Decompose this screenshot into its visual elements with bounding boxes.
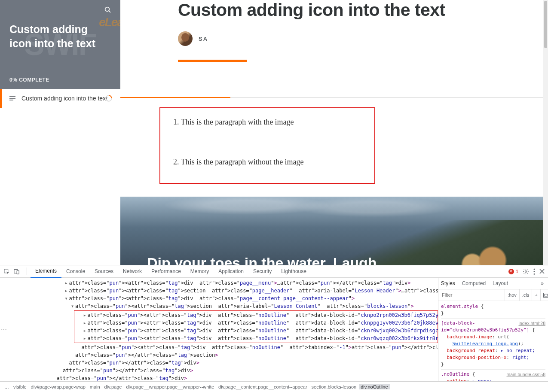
svg-point-11: [534, 271, 535, 272]
subtab-computed[interactable]: Computed: [462, 280, 486, 286]
loading-spinner-icon: [105, 94, 113, 102]
lesson-progress-bar: [120, 97, 543, 98]
crumb[interactable]: div.page: [103, 384, 124, 389]
svg-point-0: [105, 7, 110, 12]
crumb[interactable]: div.page__wrapper.page__wrapper--white: [124, 384, 216, 389]
dom-line[interactable]: attr">class="pun"></attr">class="tag">di…: [0, 359, 438, 367]
settings-icon[interactable]: [523, 268, 529, 275]
dom-line[interactable]: attr">class="pun"></attr">class="tag">se…: [0, 351, 438, 359]
error-count: 1: [516, 269, 518, 274]
tab-console[interactable]: Console: [61, 265, 90, 277]
tab-sources[interactable]: Sources: [90, 265, 118, 277]
dom-line[interactable]: attr">class="pun"></attr">class="tag">di…: [0, 374, 438, 381]
svg-rect-8: [17, 270, 19, 274]
overflow-dots: ⋯: [1, 326, 8, 333]
dom-line[interactable]: ▸attr">class="pun"><attr">class="tag">di…: [74, 319, 438, 327]
device-icon[interactable]: [13, 268, 20, 275]
inspect-icon[interactable]: [3, 268, 10, 275]
tab-memory[interactable]: Memory: [186, 265, 214, 277]
subtab-styles[interactable]: Styles: [441, 280, 455, 286]
kebab-icon[interactable]: [533, 268, 535, 275]
dom-line[interactable]: ▸attr">class="pun"><attr">class="tag">di…: [74, 327, 438, 334]
devtools-panel: ElementsConsoleSourcesNetworkPerformance…: [0, 265, 548, 392]
page-title: Custom adding icon into the text: [120, 0, 543, 20]
tab-network[interactable]: Network: [118, 265, 147, 277]
devtools-tabbar: ElementsConsoleSourcesNetworkPerformance…: [0, 265, 548, 278]
title-underline: [178, 60, 247, 62]
crumb[interactable]: div#page-wrap.page-wrap: [29, 384, 87, 389]
scrollbar-thumb[interactable]: [544, 1, 547, 48]
paragraph-2: 2. This is the paragraph without the ima…: [173, 158, 361, 167]
highlighted-content-box: 1. This is the paragraph with the image …: [159, 107, 375, 184]
progress-text: 0% COMPLETE: [9, 77, 111, 83]
dom-line[interactable]: attr">class="pun"><attr">class="tag">div…: [0, 343, 438, 351]
content-pane: Custom adding icon into the text SA 1. T…: [120, 0, 543, 265]
page-scrollbar[interactable]: [543, 0, 548, 265]
svg-line-1: [109, 11, 110, 12]
tab-application[interactable]: Application: [214, 265, 248, 277]
sidebar: SWIF Custom adding icon into the text 0%…: [0, 0, 120, 265]
hov-toggle[interactable]: :hov: [505, 289, 519, 301]
styles-filter-input[interactable]: [438, 292, 505, 298]
hero-heading: Dip your toes in the water. Laugh: [147, 255, 377, 265]
devtools-body: ▸attr">class="pun"><attr">class="tag">di…: [0, 278, 548, 381]
tab-performance[interactable]: Performance: [147, 265, 186, 277]
styles-panel: Styles Computed Layout » :hov .cls + ele…: [438, 278, 548, 381]
author-block: SA: [120, 31, 543, 46]
styles-subtabs: Styles Computed Layout »: [438, 278, 548, 289]
new-rule-icon[interactable]: +: [532, 289, 540, 301]
dom-line[interactable]: ▸attr">class="pun"><attr">class="tag">di…: [74, 334, 438, 342]
app-viewport: SWIF Custom adding icon into the text 0%…: [0, 0, 543, 265]
hero-image: Dip your toes in the water. Laugh: [120, 197, 543, 265]
tab-lighthouse[interactable]: Lighthouse: [276, 265, 311, 277]
dom-line[interactable]: ▾attr">class="pun"><attr">class="tag">se…: [0, 302, 438, 310]
sidebar-bg-logo: SWIF: [0, 0, 120, 89]
crumb[interactable]: div.page__content.page__content--appear: [217, 384, 309, 389]
dom-line[interactable]: ▸attr">class="pun"><attr">class="tag">se…: [0, 287, 438, 295]
svg-point-9: [525, 270, 527, 272]
author-initials: SA: [199, 36, 208, 42]
tab-elements[interactable]: Elements: [31, 265, 61, 278]
box-model-icon[interactable]: [540, 289, 548, 301]
dom-line[interactable]: ▸attr">class="pun"><attr">class="tag">di…: [0, 279, 438, 287]
error-badge[interactable]: ✕1: [508, 269, 518, 274]
crumb-more[interactable]: …: [3, 384, 11, 389]
css-rule[interactable]: index.html:28[data-block-id="cknpo2rpn00…: [441, 319, 545, 370]
styles-rules[interactable]: element.style {}index.html:28[data-block…: [438, 301, 548, 381]
svg-point-12: [534, 273, 535, 274]
dom-line[interactable]: attr">class="pun"></attr">class="tag">di…: [0, 367, 438, 374]
svg-point-10: [534, 268, 535, 270]
paragraph-1: 1. This is the paragraph with the image: [173, 118, 361, 127]
dom-line[interactable]: ▾attr">class="pun"><attr">class="tag">di…: [0, 295, 438, 302]
dom-breadcrumb[interactable]: …visiblediv#page-wrap.page-wrapmaindiv.p…: [0, 381, 548, 392]
close-icon[interactable]: [539, 269, 545, 274]
tab-security[interactable]: Security: [248, 265, 276, 277]
crumb[interactable]: div.noOutline: [359, 384, 389, 389]
search-icon[interactable]: [104, 6, 112, 14]
crumb[interactable]: main: [88, 384, 102, 389]
css-rule[interactable]: element.style {}: [441, 302, 545, 319]
sidebar-hero: SWIF Custom adding icon into the text 0%…: [0, 0, 120, 89]
crumb[interactable]: visible: [12, 384, 28, 389]
styles-filter-bar: :hov .cls +: [438, 289, 548, 301]
svg-rect-16: [545, 294, 548, 296]
dom-line[interactable]: ▸attr">class="pun"><attr">class="tag">di…: [74, 311, 438, 319]
dom-tree[interactable]: ▸attr">class="pun"><attr">class="tag">di…: [0, 278, 438, 381]
avatar: [178, 31, 193, 46]
cls-toggle[interactable]: .cls: [519, 289, 532, 301]
sidebar-item-lesson[interactable]: Custom adding icon into the text: [0, 89, 120, 108]
css-rule[interactable]: main.bundle.css:58.noOutline { outline: …: [441, 370, 545, 381]
lesson-progress-fill: [120, 97, 230, 98]
subtab-layout[interactable]: Layout: [493, 280, 508, 286]
crumb[interactable]: section.blocks-lesson: [310, 384, 358, 389]
more-tabs-icon[interactable]: »: [541, 280, 544, 286]
menu-icon: [9, 96, 15, 101]
sidebar-item-label: Custom adding icon into the text: [21, 95, 107, 102]
